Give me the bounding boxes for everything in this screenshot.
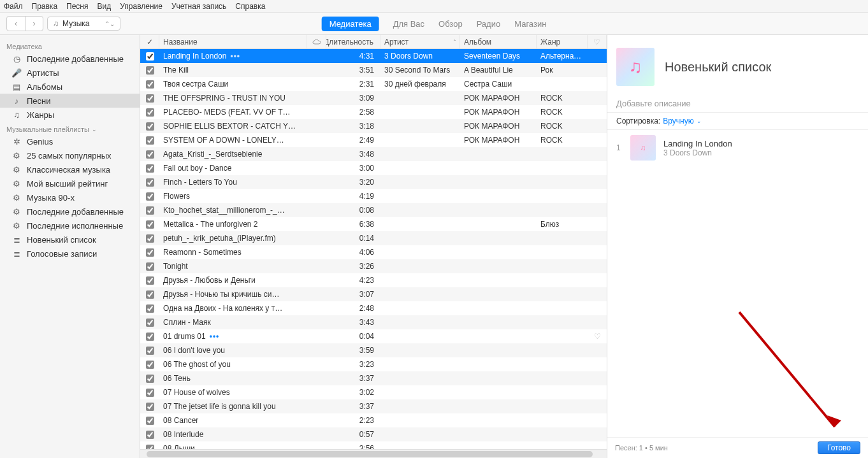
sidebar-item[interactable]: ▤Альбомы [0,80,140,94]
track-checkbox[interactable] [146,304,154,313]
track-checkbox[interactable] [146,234,154,243]
tab-Медиатека[interactable]: Медиатека [322,17,379,31]
sidebar-item[interactable]: ⚙Музыка 90-х [0,190,140,204]
track-row[interactable]: Друзья - Любовь и Деньги4:23 [140,273,607,287]
love-icon[interactable]: ♡ [588,332,607,341]
sidebar-item[interactable]: ⚙Последние исполненные [0,218,140,233]
track-row[interactable]: 08 Interlude0:57 [140,427,607,441]
track-row[interactable]: Flowers4:19 [140,189,607,203]
playlist-sort[interactable]: Сортировка: Вручную ⌄ [607,113,868,130]
horizontal-scrollbar[interactable] [140,449,607,458]
track-row[interactable]: Kto_hochet_stat__millionerom_-_…0:08 [140,203,607,217]
track-row[interactable]: 06 Тень3:37 [140,371,607,385]
playlist-description[interactable]: Добавьте описание [607,95,868,113]
track-row[interactable]: Agata_Kristi_-_Serdtsebienie3:48 [140,147,607,161]
menu-вид[interactable]: Вид [98,2,112,11]
col-album[interactable]: Альбом [460,35,537,48]
track-checkbox[interactable] [146,431,154,439]
sidebar-item[interactable]: ✲Genius [0,134,140,148]
media-selector[interactable]: ♫ Музыка ⌃⌄ [47,17,120,31]
tab-Радио[interactable]: Радио [477,19,501,29]
back-button[interactable]: ‹ [7,17,25,31]
track-checkbox[interactable] [146,94,154,103]
track-row[interactable]: SOPHIE ELLIS BEXTOR - CATCH Y…3:18РОК МА… [140,119,607,133]
col-love[interactable]: ♡ [588,35,607,48]
track-checkbox[interactable] [146,248,154,257]
track-checkbox[interactable] [146,361,154,369]
track-row[interactable]: petuh_-_krik_petuha_(iPlayer.fm)0:14 [140,231,607,245]
track-checkbox[interactable] [146,276,154,285]
track-row[interactable]: Finch - Letters To You3:20 [140,175,607,189]
sidebar-item[interactable]: ♪Песни [0,94,140,108]
track-checkbox[interactable] [146,403,154,411]
track-checkbox[interactable] [146,262,154,271]
more-icon[interactable]: ••• [230,52,240,61]
sidebar-item[interactable]: ⚙Последние добавленные [0,204,140,218]
track-row[interactable]: SYSTEM OF A DOWN - LONELY…2:49РОК МАРАФО… [140,133,607,147]
track-row[interactable]: 08 Дыши3:56 [140,441,607,449]
forward-button[interactable]: › [25,17,43,31]
playlist-title[interactable]: Новенький список [665,60,771,75]
menu-правка[interactable]: Правка [32,2,58,11]
track-checkbox[interactable] [146,347,154,355]
track-checkbox[interactable] [146,122,154,131]
track-row[interactable]: Друзья - Ночью ты кричишь си…3:07 [140,287,607,301]
track-checkbox[interactable] [146,164,154,173]
sidebar-item[interactable]: ⚙Классическая музыка [0,162,140,176]
track-row[interactable]: Mettalica - The unforgiven 26:38Блюз [140,217,607,231]
tab-Обзор[interactable]: Обзор [438,19,463,29]
sidebar-item[interactable]: ⚙Мой высший рейтинг [0,176,140,190]
col-name[interactable]: Название [159,35,307,48]
track-row[interactable]: The Kill3:5130 Second To MarsA Beautiful… [140,63,607,77]
track-row[interactable]: 06 The ghost of you3:23 [140,357,607,371]
track-checkbox[interactable] [146,178,154,187]
menu-справка[interactable]: Справка [235,2,265,11]
sidebar-item[interactable]: ≣Новенький список [0,233,140,247]
playlist-item[interactable]: 1♫Landing In London3 Doors Down [607,130,868,166]
track-row[interactable]: 07 The jetset life is gonna kill you3:37 [140,399,607,413]
track-checkbox[interactable] [146,80,154,89]
track-checkbox[interactable] [146,192,154,201]
track-checkbox[interactable] [146,375,154,383]
track-row[interactable]: Landing In London•••4:313 Doors DownSeve… [140,49,607,63]
track-checkbox[interactable] [146,206,154,215]
menu-песня[interactable]: Песня [66,2,88,11]
track-checkbox[interactable] [146,445,154,450]
track-row[interactable]: 06 I don't love you3:59 [140,343,607,357]
sidebar-item[interactable]: ≣Голосовые записи [0,247,140,261]
sidebar-item[interactable]: ◷Последние добавленные [0,52,140,66]
track-checkbox[interactable] [146,417,154,425]
track-checkbox[interactable] [146,389,154,397]
menu-учетная запись[interactable]: Учетная запись [171,2,226,11]
track-checkbox[interactable] [146,136,154,145]
track-checkbox[interactable] [146,333,154,341]
sidebar-item[interactable]: ⚙25 самых популярных [0,148,140,162]
menu-управление[interactable]: Управление [120,2,163,11]
track-row[interactable]: Одна на Двоих - На коленях у т…2:48 [140,301,607,315]
col-duration[interactable]: Длительность [326,35,380,48]
col-artist[interactable]: Артист ˆ [380,35,460,48]
col-check[interactable]: ✓ [140,35,159,48]
track-checkbox[interactable] [146,150,154,159]
track-row[interactable]: 07 House of wolves3:02 [140,385,607,399]
track-checkbox[interactable] [146,318,154,327]
col-cloud[interactable] [307,35,326,48]
sidebar-item[interactable]: 🎤Артисты [0,66,140,80]
track-row[interactable]: Твоя сестра Саши2:3130 дней февраляСестр… [140,77,607,91]
track-checkbox[interactable] [146,290,154,299]
track-row[interactable]: PLACEBO- MEDS (FEAT. VV OF T…2:58РОК МАР… [140,105,607,119]
tab-Магазин[interactable]: Магазин [514,19,546,29]
tab-Для Вас[interactable]: Для Вас [393,19,424,29]
track-row[interactable]: Сплин - Маяк3:43 [140,315,607,329]
menu-файл[interactable]: Файл [4,2,23,11]
track-row[interactable]: Tonight3:26 [140,259,607,273]
col-genre[interactable]: Жанр [537,35,588,48]
track-row[interactable]: Reamonn - Sometimes4:06 [140,245,607,259]
track-row[interactable]: Fall out boy - Dance3:00 [140,161,607,175]
more-icon[interactable]: ••• [210,332,220,341]
sidebar-item[interactable]: ♫Жанры [0,108,140,122]
track-row[interactable]: 08 Cancer2:23 [140,413,607,427]
track-row[interactable]: THE OFFSPRING - TRUST IN YOU3:09РОК МАРА… [140,91,607,105]
track-checkbox[interactable] [146,220,154,229]
done-button[interactable]: Готово [818,441,860,454]
